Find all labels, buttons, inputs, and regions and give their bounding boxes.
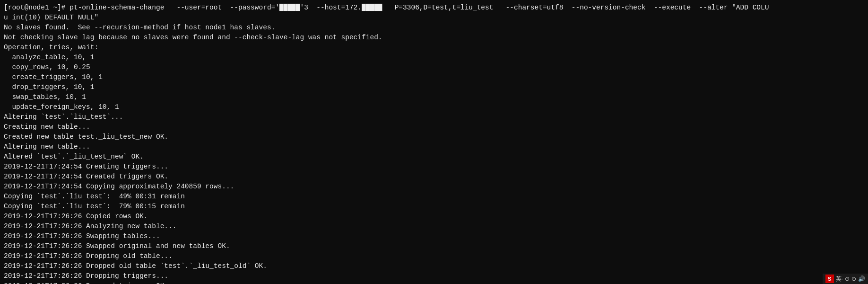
terminal-line: u int(10) DEFAULT NULL" [4,13,864,23]
terminal-line: Creating new table... [4,122,864,132]
terminal-line: Copying `test`.`liu_test`: 79% 00:15 rem… [4,202,864,212]
terminal-line: Created new table test._liu_test_new OK. [4,132,864,142]
terminal-line: Altered `test`.`_liu_test_new` OK. [4,152,864,162]
terminal-line: Operation, tries, wait: [4,43,864,53]
terminal-line: 2019-12-21T17:26:26 Copied rows OK. [4,212,864,222]
status-lang[interactable]: 英· [836,275,843,283]
terminal-line: 2019-12-21T17:26:26 Analyzing new table.… [4,222,864,231]
terminal-line: 2019-12-21T17:26:26 Dropping old table..… [4,251,864,261]
terminal-line: 2019-12-21T17:24:54 Created triggers OK. [4,172,864,182]
terminal-line: 2019-12-21T17:26:26 Swapped original and… [4,241,864,251]
s-icon: S [825,275,834,283]
terminal-line: copy_rows, 10, 0.25 [4,62,864,72]
terminal-line: [root@node1 ~]# pt-online-schema-change … [4,3,864,13]
terminal-line: 2019-12-21T17:24:54 Creating triggers... [4,162,864,172]
status-volume[interactable]: 🔊 [858,275,865,282]
status-icon1[interactable]: ⊙ [845,275,850,282]
status-bar: S 英· ⊙ ⊙ 🔊 [823,274,868,284]
terminal-line: update_foreign_keys, 10, 1 [4,102,864,112]
terminal-line: 2019-12-21T17:26:26 Dropped old table `t… [4,261,864,271]
terminal-line: No slaves found. See --recursion-method … [4,23,864,33]
terminal-content: [root@node1 ~]# pt-online-schema-change … [4,3,864,284]
terminal-line: 2019-12-21T17:26:26 Dropping triggers... [4,271,864,281]
terminal-line: Altering new table... [4,142,864,152]
terminal-window: [root@node1 ~]# pt-online-schema-change … [0,0,868,284]
terminal-line: 2019-12-21T17:26:26 Dropped triggers OK. [4,281,864,284]
terminal-line: drop_triggers, 10, 1 [4,82,864,92]
terminal-line: Copying `test`.`liu_test`: 49% 00:31 rem… [4,192,864,202]
terminal-line: swap_tables, 10, 1 [4,92,864,102]
terminal-line: 2019-12-21T17:26:26 Swapping tables... [4,231,864,241]
terminal-line: 2019-12-21T17:24:54 Copying approximatel… [4,182,864,192]
terminal-line: Not checking slave lag because no slaves… [4,33,864,43]
terminal-line: create_triggers, 10, 1 [4,72,864,82]
status-icon2[interactable]: ⊙ [851,275,856,282]
terminal-line: Altering `test`.`liu_test`... [4,112,864,122]
terminal-line: analyze_table, 10, 1 [4,53,864,62]
